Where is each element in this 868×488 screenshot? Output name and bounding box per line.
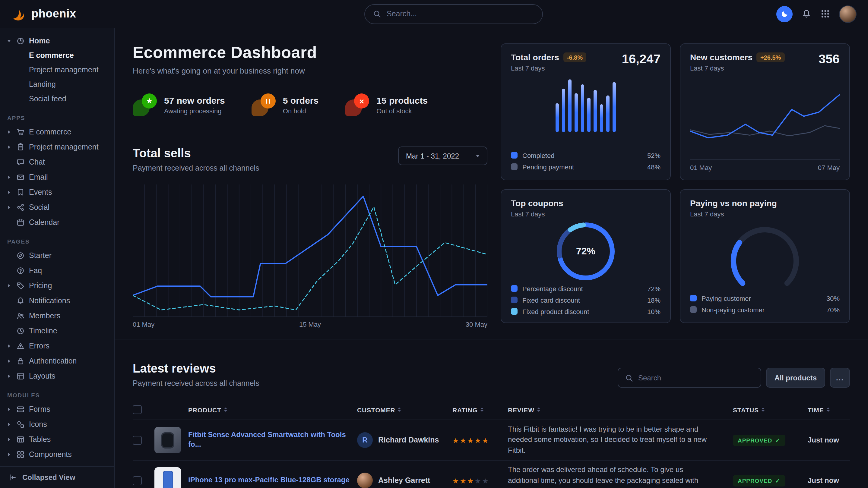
- sidebar-item-timeline[interactable]: Timeline: [6, 323, 108, 338]
- layout-icon: [16, 372, 25, 380]
- global-search[interactable]: [364, 4, 543, 24]
- avatar: [357, 473, 373, 488]
- reviews-search-input[interactable]: [638, 373, 754, 382]
- star-icon: ★: [460, 477, 467, 486]
- review-text: This Fitbit is fantastic! I was trying t…: [508, 424, 728, 456]
- star-icon: ★: [467, 477, 475, 486]
- chevron-down-icon: [476, 155, 479, 157]
- sidebar-item-project-management[interactable]: Project management: [6, 139, 108, 154]
- card-period: Last 7 days: [511, 210, 660, 218]
- sidebar-item-icons[interactable]: Icons: [6, 417, 108, 432]
- chat-icon: [16, 158, 25, 166]
- product-link[interactable]: iPhone 13 pro max-Pacific Blue-128GB sto…: [188, 476, 352, 485]
- legend-swatch: [690, 295, 697, 301]
- chevron-right-icon: [8, 407, 10, 411]
- sidebar-item-notifications[interactable]: Notifications: [6, 293, 108, 308]
- phoenix-logo-icon: [11, 6, 27, 22]
- chevron-right-icon: [8, 422, 10, 426]
- column-header-time[interactable]: TIME: [808, 406, 850, 413]
- sidebar-item-faq[interactable]: Faq: [6, 263, 108, 278]
- sidebar-item-email[interactable]: Email: [6, 169, 108, 185]
- sidebar-item-events[interactable]: Events: [6, 185, 108, 199]
- sidebar-item-calendar[interactable]: Calendar: [6, 215, 108, 230]
- check-icon: ✓: [775, 478, 780, 484]
- legend-swatch: [511, 152, 518, 159]
- page-title: Ecommerce Dashboard: [133, 43, 487, 62]
- sidebar-item-starter[interactable]: Starter: [6, 248, 108, 263]
- calendar-icon: [16, 218, 25, 226]
- new-customers-badge: +26.5%: [757, 53, 784, 62]
- clipboard-icon: [16, 142, 25, 151]
- sidebar-item-home[interactable]: Home: [6, 33, 108, 48]
- main-content: Ecommerce Dashboard Here's what's going …: [115, 28, 868, 488]
- top-coupons-legend: Percentage discount 72% Fixed card disco…: [511, 284, 660, 316]
- sidebar-item-social[interactable]: Social: [6, 199, 108, 215]
- sidebar-item-social-feed[interactable]: Social feed: [6, 92, 108, 106]
- collapsed-view-toggle[interactable]: Collapsed View: [0, 466, 114, 488]
- star-icon: ★: [475, 436, 482, 445]
- total-orders-card: Total orders -6.8% Last 7 days 16,247 Co…: [501, 43, 671, 180]
- sidebar-item-chat[interactable]: Chat: [6, 154, 108, 169]
- legend-value: 52%: [647, 152, 660, 159]
- sidebar-item-errors[interactable]: Errors: [6, 338, 108, 353]
- card-title: New customers: [690, 53, 752, 62]
- brand[interactable]: phoenix: [11, 6, 76, 22]
- sidebar-section-label: MODULES: [7, 392, 108, 398]
- date-range-select[interactable]: Mar 1 - 31, 2022: [398, 147, 487, 165]
- chevron-right-icon: [8, 284, 10, 287]
- column-header-status[interactable]: STATUS: [733, 406, 803, 413]
- sidebar-item-e-commerce[interactable]: E commerce: [6, 124, 108, 139]
- dashboard-left-column: Ecommerce Dashboard Here's what's going …: [133, 43, 487, 328]
- column-header-rating[interactable]: RATING: [453, 406, 503, 413]
- sidebar-item-pricing[interactable]: Pricing: [6, 278, 108, 293]
- row-checkbox[interactable]: [133, 435, 142, 445]
- sidebar-item-landing[interactable]: Landing: [6, 77, 108, 92]
- chevron-right-icon: [8, 175, 10, 179]
- total-sells-chart: [133, 185, 487, 317]
- page-subtitle: Here's what's going on at your business …: [133, 66, 487, 75]
- legend-item: Pending payment 48%: [511, 162, 660, 171]
- tag-icon: [16, 281, 25, 290]
- compass-icon: [16, 251, 25, 260]
- apps-menu-button[interactable]: [820, 9, 830, 19]
- select-all-checkbox[interactable]: [133, 405, 142, 414]
- chevron-right-icon: [8, 374, 10, 378]
- column-header-product[interactable]: PRODUCT: [188, 406, 352, 413]
- legend-label: Pending payment: [522, 163, 574, 170]
- sidebar-item-tables[interactable]: Tables: [6, 432, 108, 447]
- notifications-button[interactable]: [802, 9, 811, 19]
- theme-toggle-button[interactable]: [776, 6, 793, 22]
- total-sells-subtitle: Payment received across all channels: [133, 164, 259, 172]
- global-search-input[interactable]: [386, 10, 534, 18]
- reviews-search[interactable]: [618, 368, 761, 388]
- sidebar-item-authentication[interactable]: Authentication: [6, 353, 108, 368]
- sort-icon: [761, 408, 765, 412]
- column-header-customer[interactable]: CUSTOMER: [357, 406, 447, 413]
- new-customers-x-axis: 01 May 07 May: [690, 159, 840, 171]
- sidebar-item-project-management[interactable]: Project management: [6, 63, 108, 77]
- sidebar-item-members[interactable]: Members: [6, 308, 108, 323]
- legend-item: Non-paying customer 70%: [690, 305, 840, 314]
- sidebar-item-layouts[interactable]: Layouts: [6, 368, 108, 383]
- card-title: Top coupons: [511, 198, 563, 208]
- question-icon: [16, 266, 25, 274]
- stat-item: ★ 57 new orders Awating processing: [133, 93, 225, 116]
- row-checkbox[interactable]: [133, 476, 142, 485]
- sidebar-item-components[interactable]: Components: [6, 447, 108, 462]
- all-products-button[interactable]: All products: [766, 368, 825, 388]
- card-title: Paying vs non paying: [690, 198, 777, 208]
- legend-item: Paying customer 30%: [690, 294, 840, 303]
- top-coupons-donut-chart: 72%: [554, 220, 617, 283]
- more-actions-button[interactable]: ...: [830, 368, 850, 388]
- users-icon: [16, 312, 25, 320]
- product-link[interactable]: Fitbit Sense Advanced Smartwatch with To…: [188, 431, 352, 449]
- column-header-review[interactable]: REVIEW: [508, 406, 728, 413]
- legend-value: 10%: [647, 308, 660, 315]
- sidebar-item-forms[interactable]: Forms: [6, 401, 108, 417]
- sidebar-item-e-commerce[interactable]: E commerce: [6, 48, 108, 63]
- status-badge: APPROVED✓: [733, 475, 785, 487]
- table-icon: [16, 435, 25, 444]
- star-icon: ★: [453, 436, 460, 445]
- clock-icon: [16, 326, 25, 335]
- user-avatar[interactable]: [839, 5, 857, 23]
